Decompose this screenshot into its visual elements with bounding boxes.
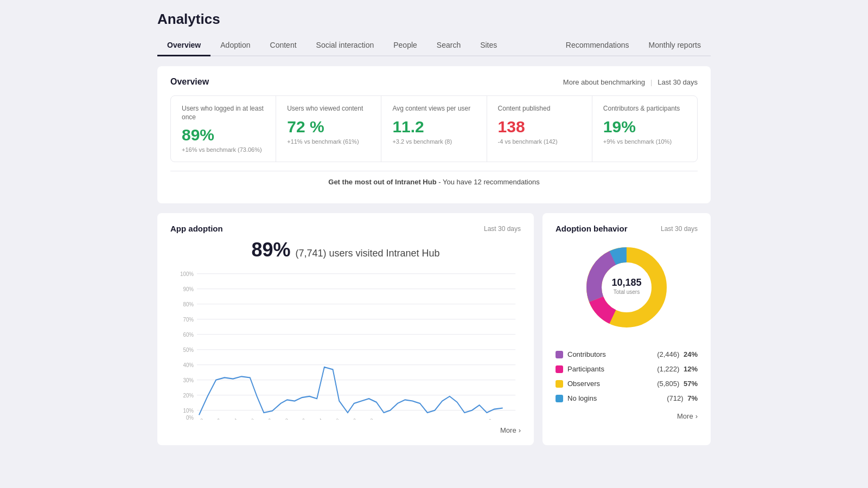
legend-item-observers: Observers (5,805) 57% bbox=[556, 376, 698, 391]
chart-card-header: App adoption Last 30 days bbox=[170, 224, 521, 233]
stat-value-1: 72 % bbox=[287, 118, 370, 136]
svg-text:10%: 10% bbox=[183, 408, 194, 414]
svg-text:20%: 20% bbox=[183, 393, 194, 399]
svg-text:Sep 16: Sep 16 bbox=[242, 418, 256, 420]
svg-text:Sep 30: Sep 30 bbox=[362, 418, 375, 420]
stat-published: Content published 138 -4 vs benchmark (1… bbox=[487, 96, 592, 162]
svg-text:90%: 90% bbox=[183, 286, 194, 293]
svg-text:Sep 22: Sep 22 bbox=[293, 418, 307, 420]
donut-container: 10,185 Total users bbox=[556, 239, 698, 336]
observers-label: Observers bbox=[567, 380, 600, 388]
tab-overview[interactable]: Overview bbox=[157, 35, 210, 56]
overview-header: Overview More about benchmarking | Last … bbox=[170, 77, 698, 87]
contributors-label: Contributors bbox=[567, 350, 606, 358]
stat-label-0: Users who logged in at least once bbox=[182, 105, 265, 121]
observers-pct: 57% bbox=[684, 380, 698, 388]
stat-value-0: 89% bbox=[182, 126, 265, 144]
big-stat-desc: (7,741) users visited Intranet Hub bbox=[292, 248, 439, 259]
app-adoption-more-button[interactable]: More › bbox=[170, 420, 521, 434]
line-chart-area: 100% 90% 80% 70% 60% 50% 40% 30% 20% 10%… bbox=[170, 268, 521, 420]
more-label: More bbox=[500, 426, 516, 434]
benchmark-link[interactable]: More about benchmarking bbox=[563, 78, 645, 86]
svg-text:Oct 10: Oct 10 bbox=[481, 418, 493, 420]
stat-logged-in: Users who logged in at least once 89% +1… bbox=[171, 96, 276, 162]
tab-adoption[interactable]: Adoption bbox=[210, 35, 260, 56]
svg-text:70%: 70% bbox=[183, 317, 194, 323]
svg-text:Sep 14: Sep 14 bbox=[226, 418, 239, 420]
tabs-bar: Overview Adoption Content Social interac… bbox=[157, 35, 711, 56]
no-logins-count: (712) bbox=[667, 394, 683, 402]
no-logins-color-dot bbox=[556, 395, 563, 402]
recommendation-bar[interactable]: Get the most out of Intranet Hub - You h… bbox=[170, 171, 698, 192]
adoption-more-label: More bbox=[677, 412, 693, 420]
legend-item-no-logins: No logins (712) 7% bbox=[556, 391, 698, 406]
svg-text:Sep 24: Sep 24 bbox=[311, 418, 324, 420]
no-logins-pct: 7% bbox=[687, 394, 698, 402]
stat-value-2: 11.2 bbox=[392, 118, 475, 136]
overview-section-title: Overview bbox=[170, 77, 209, 87]
tab-people[interactable]: People bbox=[384, 35, 427, 56]
line-chart-svg: 100% 90% 80% 70% 60% 50% 40% 30% 20% 10%… bbox=[170, 268, 521, 420]
svg-text:0%: 0% bbox=[186, 415, 194, 420]
observers-count: (5,805) bbox=[657, 380, 679, 388]
contributors-count: (2,446) bbox=[657, 350, 679, 358]
svg-text:Total users: Total users bbox=[614, 289, 640, 295]
donut-svg: 10,185 Total users bbox=[578, 239, 675, 336]
tab-content[interactable]: Content bbox=[260, 35, 307, 56]
no-logins-label: No logins bbox=[567, 394, 597, 402]
stat-label-1: Users who viewed content bbox=[287, 105, 370, 113]
observers-color-dot bbox=[556, 380, 563, 388]
stat-label-2: Avg content views per user bbox=[392, 105, 475, 113]
tab-monthly-reports[interactable]: Monthly reports bbox=[639, 35, 711, 56]
svg-text:30%: 30% bbox=[183, 377, 194, 384]
svg-text:Sep 18: Sep 18 bbox=[260, 418, 273, 420]
adoption-period: Last 30 days bbox=[661, 225, 698, 233]
rec-detail: You have 12 recommendations bbox=[443, 178, 540, 186]
app-adoption-title: App adoption bbox=[170, 224, 223, 233]
app-adoption-period: Last 30 days bbox=[484, 225, 521, 233]
tab-sites[interactable]: Sites bbox=[470, 35, 507, 56]
stat-value-4: 19% bbox=[603, 118, 686, 136]
svg-text:80%: 80% bbox=[183, 301, 194, 308]
adoption-behavior-card: Adoption behavior Last 30 days bbox=[542, 213, 711, 445]
svg-text:100%: 100% bbox=[180, 271, 194, 278]
legend-item-contributors: Contributors (2,446) 24% bbox=[556, 347, 698, 362]
stat-label-4: Contributors & participants bbox=[603, 105, 686, 113]
adoption-more-chevron-icon: › bbox=[695, 412, 698, 420]
big-stat-area: 89% (7,741) users visited Intranet Hub bbox=[170, 239, 521, 261]
tab-recommendations[interactable]: Recommendations bbox=[556, 35, 639, 56]
rec-text: Get the most out of Intranet Hub bbox=[328, 178, 436, 186]
adoption-title: Adoption behavior bbox=[556, 224, 628, 233]
tab-social[interactable]: Social interaction bbox=[307, 35, 384, 56]
participants-color-dot bbox=[556, 365, 563, 373]
big-stat-pct: 89% bbox=[251, 239, 290, 261]
svg-text:Sep 12: Sep 12 bbox=[209, 418, 222, 420]
svg-text:Sep 26: Sep 26 bbox=[328, 418, 341, 420]
app-adoption-card: App adoption Last 30 days 89% (7,741) us… bbox=[157, 213, 534, 445]
stat-viewed-content: Users who viewed content 72 % +11% vs be… bbox=[276, 96, 381, 162]
legend-item-participants: Participants (1,222) 12% bbox=[556, 362, 698, 376]
contributors-color-dot bbox=[556, 351, 563, 358]
adoption-header: Adoption behavior Last 30 days bbox=[556, 224, 698, 233]
svg-text:Oct 9: Oct 9 bbox=[465, 419, 476, 420]
svg-text:Sep 20: Sep 20 bbox=[277, 418, 290, 420]
bottom-section: App adoption Last 30 days 89% (7,741) us… bbox=[157, 213, 711, 445]
stat-bench-3: -4 vs benchmark (142) bbox=[498, 138, 581, 145]
stat-contributors: Contributors & participants 19% +9% vs b… bbox=[592, 96, 697, 162]
svg-text:10,185: 10,185 bbox=[611, 277, 641, 288]
svg-text:Oct 3: Oct 3 bbox=[397, 419, 407, 420]
tab-search[interactable]: Search bbox=[427, 35, 470, 56]
svg-text:Sep 28: Sep 28 bbox=[344, 418, 358, 420]
rec-sep: - bbox=[438, 178, 443, 186]
participants-count: (1,222) bbox=[657, 365, 679, 373]
participants-label: Participants bbox=[567, 365, 604, 373]
overview-card: Overview More about benchmarking | Last … bbox=[157, 66, 711, 203]
overview-period: Last 30 days bbox=[658, 78, 698, 86]
stat-bench-1: +11% vs benchmark (61%) bbox=[287, 138, 370, 145]
svg-text:40%: 40% bbox=[183, 362, 194, 369]
overview-meta: More about benchmarking | Last 30 days bbox=[563, 78, 698, 86]
page-title: Analytics bbox=[157, 11, 711, 28]
adoption-more-button[interactable]: More › bbox=[556, 406, 698, 420]
svg-text:Oct 5: Oct 5 bbox=[414, 419, 425, 420]
tabs-right: Recommendations Monthly reports bbox=[556, 35, 711, 55]
